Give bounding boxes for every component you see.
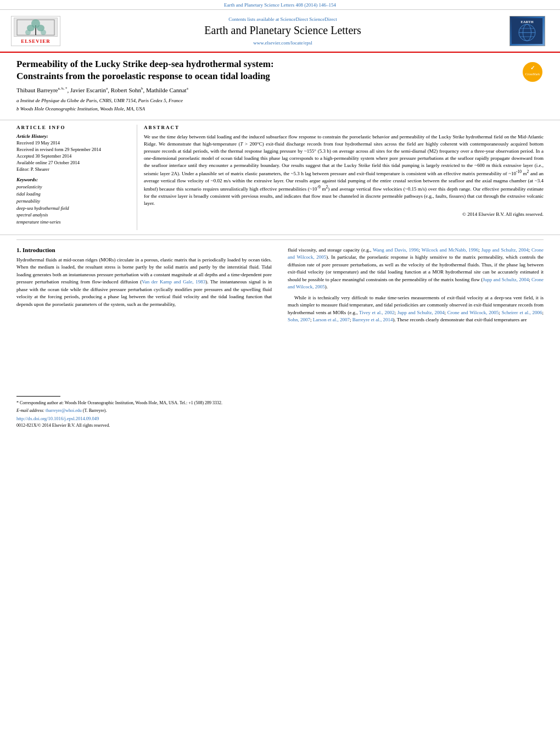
article-info-heading: ARTICLE INFO [16,125,130,130]
svg-text:CrossMark: CrossMark [525,72,540,76]
journal-title-center: Contents lists available at ScienceDirec… [60,16,505,46]
svg-point-6 [25,30,31,35]
issn: 0012-821X/© 2014 Elsevier B.V. All right… [16,422,272,428]
sciencedirect-text: Contents lists available at ScienceDirec… [71,16,494,22]
ref-van-der-kamp[interactable]: Van der Kamp and Gale, 1983 [142,279,205,284]
ref-barreyre[interactable]: Barreyre et al., 2014 [352,317,393,322]
svg-text:EARTH: EARTH [520,20,533,24]
footnote-section: * Corresponding author at: Woods Hole Oc… [16,400,272,428]
copyright: © 2014 Elsevier B.V. All rights reserved… [144,211,544,217]
ref-tivey[interactable]: Tivey et al., 2002 [359,310,395,315]
article-info-column: ARTICLE INFO Article History: Received 1… [16,125,137,230]
intro-heading: 1. Introduction [16,247,272,253]
ref-larson[interactable]: Larson et al., 2007 [313,317,350,322]
journal-top-bar: Earth and Planetary Science Letters 408 … [0,0,560,10]
available-date: Available online 27 October 2014 [16,160,130,166]
intro-text-right: fluid viscosity, and storage capacity (e… [288,247,544,324]
keyword-6: temperature time-series [16,219,130,226]
ref-sohn[interactable]: Sohn, 2007 [288,317,310,322]
article-info-abstract-section: ARTICLE INFO Article History: Received 1… [0,120,560,235]
keyword-3: permeability [16,198,130,205]
article-authors: Thibaut Barreyrea, b, *, Javier Escartin… [16,87,511,93]
epsl-logo: EARTH [509,16,545,46]
elsevier-logo: ELSEVIER [11,16,60,46]
keyword-2: tidal loading [16,191,130,198]
editor: Editor: P. Shearer [16,166,130,173]
corresponding-author: * Corresponding author at: Woods Hole Oc… [16,400,272,406]
journal-right-logo: EARTH [505,14,549,47]
article-title: Permeability of the Lucky Strike deep-se… [16,58,445,82]
article-header-wrapper: Permeability of the Lucky Strike deep-se… [0,53,560,120]
accepted-date: Accepted 30 September 2014 [16,153,130,160]
keywords-list: poroelasticity tidal loading permeabilit… [16,183,130,226]
ref-wang-davis[interactable]: Wang and Davis, 1996 [373,247,419,253]
svg-point-7 [41,30,46,35]
svg-text:✓: ✓ [530,65,535,71]
body-right-column: fluid viscosity, and storage capacity (e… [280,247,544,428]
intro-text-left: Hydrothermal fluids at mid-ocean ridges … [16,256,272,309]
article-history: Article History: Received 19 May 2014 Re… [16,133,130,172]
ref-wilcock-mcnabb[interactable]: Wilcock and McNabb, 1996 [422,247,479,253]
keyword-1: poroelasticity [16,183,130,191]
journal-name: Earth and Planetary Science Letters [71,24,494,37]
abstract-text: We use the time delay between tidal load… [144,133,544,207]
abstract-heading: ABSTRACT [144,125,544,130]
email-address: E-mail address: tbarreyre@whoi.edu (T. B… [16,408,272,414]
crossmark-badge: ✓ CrossMark [522,61,544,84]
revised-date: Received in revised form 29 September 20… [16,147,130,153]
keyword-5: spectral analysis [16,211,130,219]
ref-jupp-schultz-2004[interactable]: Jupp and Schultz, 2004 [481,247,529,253]
keyword-4: deep-sea hydrothermal field [16,205,130,212]
keywords-heading: Keywords: [16,177,130,182]
abstract-column: ABSTRACT We use the time delay between t… [144,125,544,230]
body-left-column: 1. Introduction Hydrothermal fluids at m… [16,247,280,428]
footnote-divider [16,396,60,400]
journal-url[interactable]: www.elsevier.com/locate/epsl [71,40,494,46]
ref-crone-wilcock-3[interactable]: Crone and Wilcock, 2005 [447,310,499,315]
journal-header: ELSEVIER Contents lists available at Sci… [0,10,560,53]
history-heading: Article History: [16,133,130,139]
ref-jupp-schultz-2[interactable]: Jupp and Schultz, 2004 [483,277,529,282]
author-affiliations: a Institut de Physique du Globe de Paris… [16,97,511,113]
ref-scheirer[interactable]: Scheirer et al., 2006 [502,310,542,315]
main-body: 1. Introduction Hydrothermal fluids at m… [0,240,560,428]
keywords-section: Keywords: poroelasticity tidal loading p… [16,177,130,226]
doi-link[interactable]: http://dx.doi.org/10.1016/j.epsl.2014.09… [16,416,99,421]
ref-jupp-schultz-3[interactable]: Jupp and Schultz, 2004 [397,310,445,315]
received-date: Received 19 May 2014 [16,140,130,147]
article-header: Permeability of the Lucky Strike deep-se… [0,53,560,120]
